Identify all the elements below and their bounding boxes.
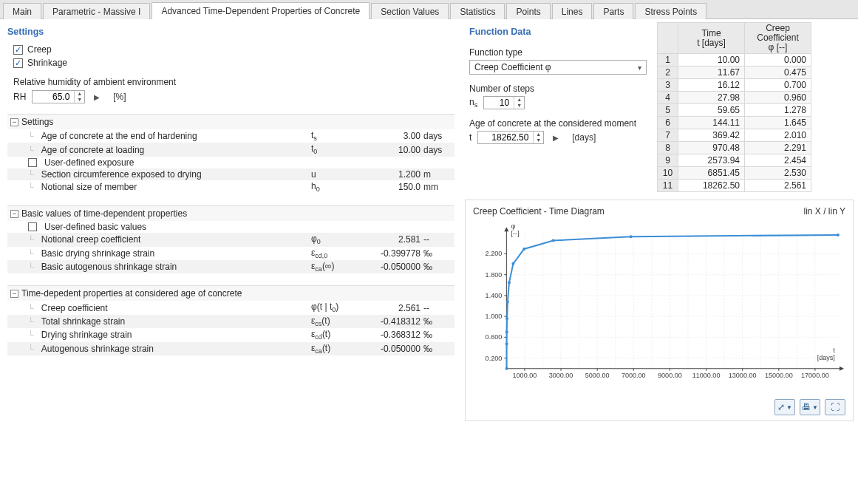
table-row[interactable]: 7369.422.010 <box>658 129 811 142</box>
tab-parametric-massive-i[interactable]: Parametric - Massive I <box>43 3 150 19</box>
svg-text:3000.00: 3000.00 <box>549 372 573 379</box>
function-type-combo[interactable]: Creep Coefficient φ ▾ <box>469 60 647 75</box>
chart-axis-mode: lin X / lin Y <box>804 206 845 217</box>
table-row[interactable]: 6144.111.645 <box>658 117 811 129</box>
cell-time: 10.00 <box>678 54 745 67</box>
property-value: 2.581 <box>355 234 423 245</box>
table-row[interactable]: 110.000.000 <box>658 54 811 67</box>
steps-spinner[interactable]: ▲▼ <box>483 96 525 109</box>
cell-coef: 2.530 <box>745 167 811 180</box>
rh-up[interactable]: ▲ <box>75 91 84 97</box>
cell-coef: 1.645 <box>745 117 811 129</box>
age-unit: [days] <box>572 132 596 143</box>
chart-maximize-button[interactable]: ⛶ <box>825 399 845 415</box>
collapse-icon[interactable]: − <box>10 290 18 298</box>
cell-time: 59.65 <box>678 104 745 117</box>
property-unit: ‰ <box>423 344 450 354</box>
tab-statistics[interactable]: Statistics <box>450 3 505 19</box>
tab-lines[interactable]: Lines <box>552 3 593 19</box>
tab-parts[interactable]: Parts <box>593 3 633 19</box>
property-row: User-defined exposure <box>7 157 454 168</box>
svg-text:9000.00: 9000.00 <box>658 372 682 379</box>
property-value: 3.00 <box>355 131 423 141</box>
age-up[interactable]: ▲ <box>534 132 543 137</box>
property-symbol: u <box>311 169 355 180</box>
steps-up[interactable]: ▲ <box>514 97 524 103</box>
collapse-icon[interactable]: − <box>10 210 18 218</box>
svg-point-67 <box>511 262 514 265</box>
property-label: Total shrinkage strain <box>41 316 125 327</box>
tab-strip: MainParametric - Massive IAdvanced Time-… <box>0 0 858 19</box>
svg-text:0.200: 0.200 <box>486 355 503 362</box>
property-checkbox[interactable] <box>28 158 37 167</box>
steps-down[interactable]: ▼ <box>514 103 524 109</box>
property-checkbox[interactable] <box>28 222 37 231</box>
rh-down[interactable]: ▼ <box>75 97 84 103</box>
chart-print-button[interactable]: 🖶▼ <box>800 399 820 415</box>
property-row: Age of concrete at the end of hardeningt… <box>7 129 454 143</box>
tab-main[interactable]: Main <box>3 3 41 19</box>
property-symbol: ts <box>311 130 355 142</box>
age-input[interactable] <box>478 132 533 143</box>
table-row[interactable]: 8970.482.291 <box>658 142 811 154</box>
tab-stress-points[interactable]: Stress Points <box>635 3 707 19</box>
steps-input[interactable] <box>484 97 514 109</box>
property-label: Creep coefficient <box>41 303 108 313</box>
table-row[interactable]: 106851.452.530 <box>658 167 811 180</box>
svg-text:[--]: [--] <box>511 230 519 237</box>
collapse-icon[interactable]: − <box>10 118 18 126</box>
tab-section-values[interactable]: Section Values <box>371 3 449 19</box>
property-value: 10.00 <box>355 145 423 155</box>
table-row[interactable]: 1118262.502.561 <box>658 180 811 192</box>
cell-time: 2573.94 <box>678 154 745 167</box>
cell-coef: 0.960 <box>745 92 811 104</box>
table-row[interactable]: 316.120.700 <box>658 79 811 92</box>
chevron-down-icon: ▾ <box>638 64 641 72</box>
property-label: Section circumference exposed to drying <box>41 169 202 180</box>
row-index: 5 <box>658 104 678 117</box>
rh-input[interactable] <box>33 91 74 103</box>
property-unit: days <box>423 131 450 141</box>
property-label: Autogenous shrinkage strain <box>41 344 154 354</box>
group-header[interactable]: −Basic values of time-dependent properti… <box>7 206 454 221</box>
cell-time: 11.67 <box>678 67 745 79</box>
property-symbol: εcd,0 <box>311 248 355 259</box>
tab-points[interactable]: Points <box>506 3 550 19</box>
rh-label: Relative humidity of ambient environment <box>13 77 454 87</box>
svg-point-63 <box>505 330 508 333</box>
property-value: -0.368312 <box>355 330 423 340</box>
svg-point-68 <box>522 248 525 251</box>
property-label: Age of concrete at loading <box>41 145 144 155</box>
table-row[interactable]: 211.670.475 <box>658 67 811 79</box>
svg-point-69 <box>552 239 555 242</box>
rh-unit: [%] <box>113 92 126 102</box>
table-row[interactable]: 559.651.278 <box>658 104 811 117</box>
property-value: 2.561 <box>355 303 423 313</box>
tab-advanced-time-dependent-properties-of-concrete[interactable]: Advanced Time-Dependent Properties of Co… <box>151 2 370 19</box>
svg-marker-25 <box>504 227 508 231</box>
group-title: Settings <box>21 117 53 127</box>
age-goto-icon[interactable]: ▶ <box>550 134 562 142</box>
age-spinner[interactable]: ▲▼ <box>477 131 544 144</box>
table-row[interactable]: 92573.942.454 <box>658 154 811 167</box>
property-unit: ‰ <box>423 316 450 327</box>
group-header[interactable]: −Settings <box>7 115 454 129</box>
cell-coef: 0.000 <box>745 54 811 67</box>
property-symbol: εcd(t) <box>311 329 355 341</box>
creep-checkbox[interactable] <box>13 45 23 55</box>
chart-axes-button[interactable]: ⤢▼ <box>774 399 795 415</box>
row-index: 1 <box>658 54 678 67</box>
svg-point-66 <box>508 282 511 285</box>
group-header[interactable]: −Time-depedent properties at considered … <box>7 286 454 301</box>
svg-text:13000.00: 13000.00 <box>729 372 757 379</box>
rh-goto-icon[interactable]: ▶ <box>91 93 103 101</box>
rh-spinner[interactable]: ▲▼ <box>32 90 85 103</box>
property-symbol: h0 <box>311 181 355 193</box>
creep-label: Creep <box>27 44 52 55</box>
col-time-label: Time <box>683 29 740 38</box>
table-row[interactable]: 427.980.960 <box>658 92 811 104</box>
shrinkage-checkbox[interactable] <box>13 58 23 68</box>
age-down[interactable]: ▼ <box>534 137 543 143</box>
steps-label: Number of steps <box>469 84 650 94</box>
cell-time: 369.42 <box>678 129 745 142</box>
